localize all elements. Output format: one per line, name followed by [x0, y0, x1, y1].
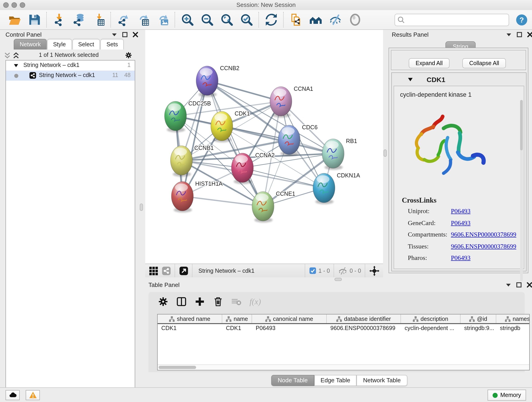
create-column-button[interactable] [194, 296, 206, 307]
tab-select[interactable]: Select [72, 39, 100, 50]
network-row-selected[interactable]: String Network – cdk1 11 48 [6, 70, 135, 81]
tab-style[interactable]: Style [47, 39, 72, 50]
network-options-gear-icon[interactable] [125, 51, 133, 59]
show-columns-button[interactable] [176, 296, 188, 307]
results-scrollbar[interactable] [520, 100, 523, 281]
entry-expander-icon[interactable] [408, 77, 413, 82]
tab-network-table[interactable]: Network Table [357, 375, 407, 386]
crosslink-link[interactable]: 9606.ENSP00000378699 [451, 231, 516, 238]
expand-all-button[interactable]: Expand All [409, 58, 450, 68]
table-tabs: Node TableEdge TableNetwork Table [271, 375, 407, 386]
table-cell[interactable]: CDK1 [222, 324, 252, 333]
fit-selected-icon[interactable] [369, 266, 380, 276]
column-header--id[interactable]: @id [461, 314, 496, 323]
group-selected-nodes-button[interactable] [309, 13, 323, 27]
tab-edge-table[interactable]: Edge Table [314, 375, 357, 386]
panel-close-icon[interactable] [527, 32, 532, 38]
network-edge[interactable] [207, 81, 263, 206]
network-canvas[interactable]: CCNB2CCNA1CDC25BCDK1CDC6RB1CCNB1CCNA2CDK… [145, 30, 383, 264]
import-table-from-file-button[interactable] [92, 13, 105, 27]
panel-menu-icon[interactable] [505, 282, 511, 288]
zoom-out-button[interactable] [200, 13, 214, 27]
network-edge[interactable] [207, 81, 281, 101]
network-node-rb1[interactable]: RB1 [322, 138, 357, 170]
group-nodes-icon [309, 13, 322, 26]
gene-description: cyclin-dependent kinase 1 [400, 91, 472, 98]
import-network-from-file-button[interactable] [52, 13, 66, 27]
delete-columns-button[interactable] [213, 296, 225, 307]
zoom-selected-button[interactable] [240, 13, 253, 27]
network-node-cdc25b[interactable]: CDC25B [165, 100, 211, 132]
network-edge[interactable] [182, 81, 207, 196]
panel-menu-icon[interactable] [506, 32, 512, 38]
export-network-button[interactable] [116, 13, 130, 27]
warning-icon [29, 391, 37, 399]
selected-count: 1 - 0 [318, 268, 330, 274]
column-header-database-identifier[interactable]: database identifier [327, 314, 401, 323]
open-session-button[interactable] [8, 13, 22, 27]
table-options-button[interactable] [158, 296, 170, 307]
show-all-button[interactable] [348, 13, 362, 27]
export-image-button[interactable] [156, 13, 170, 27]
open-folder-icon [8, 13, 21, 26]
column-header-shared-name[interactable]: shared name [158, 314, 222, 323]
column-header-namespace[interactable]: namespace [496, 314, 530, 323]
edge-count: 48 [124, 72, 131, 78]
collapse-all-button[interactable]: Collapse All [462, 58, 506, 68]
panel-close-icon[interactable] [526, 282, 532, 288]
column-header-canonical-name[interactable]: canonical name [252, 314, 327, 323]
panel-close-icon[interactable] [133, 32, 138, 38]
left-splitter-handle[interactable] [140, 204, 143, 211]
tab-node-table[interactable]: Node Table [271, 375, 314, 386]
table-cell[interactable]: P06493 [252, 324, 327, 333]
tab-network[interactable]: Network [14, 39, 47, 50]
table-cell[interactable]: stringdb:9... [461, 324, 496, 333]
table-cell[interactable]: cyclin-dependent ... [401, 324, 461, 333]
panel-float-icon[interactable] [516, 32, 522, 38]
bottom-splitter-handle[interactable] [335, 278, 342, 281]
panel-menu-icon[interactable] [111, 32, 117, 38]
crosslink-link[interactable]: P06493 [451, 208, 471, 215]
hide-selected-button[interactable] [329, 13, 342, 27]
tab-sets[interactable]: Sets [101, 39, 124, 50]
export-table-button[interactable] [136, 13, 150, 27]
column-header-description[interactable]: description [401, 314, 461, 323]
column-header-name[interactable]: name [222, 314, 252, 323]
panel-float-icon[interactable] [516, 282, 522, 288]
gene-entry-panel: CDK1 cyclin-dependent kinase 1 [391, 72, 526, 271]
network-edge[interactable] [182, 196, 263, 206]
network-node-ccne1[interactable]: CCNE1 [252, 191, 295, 223]
network-node-cdkn1a[interactable]: CDKN1A [313, 172, 360, 204]
memory-button[interactable]: Memory [488, 390, 526, 401]
detach-view-icon[interactable] [179, 266, 188, 275]
birds-eye-view-icon[interactable] [149, 266, 158, 275]
table-hscrollbar[interactable] [158, 364, 529, 370]
search-box[interactable] [394, 13, 509, 26]
table-cell[interactable]: 9606.ENSP00000378699 [327, 324, 401, 333]
crosslink-link[interactable]: 9606.ENSP00000378699 [451, 243, 516, 249]
help-button[interactable]: ? [515, 13, 528, 26]
zoom-fit-content-button[interactable] [220, 13, 234, 27]
node-label: CDC25B [188, 100, 211, 107]
search-input[interactable] [406, 14, 506, 25]
network-node-hist1h1a[interactable]: HIST1H1A [171, 180, 223, 212]
crosslink-link[interactable]: P06493 [451, 254, 471, 261]
network-selection-status: 1 of 1 Network selected [0, 52, 138, 58]
new-network-from-selection-button[interactable] [289, 13, 303, 27]
network-node-ccnb2[interactable]: CCNB2 [196, 65, 239, 97]
table-row[interactable]: CDK1CDK1P064939606.ENSP00000378699cyclin… [158, 324, 529, 333]
import-network-from-database-button[interactable] [72, 13, 86, 27]
cloud-status-button[interactable] [6, 390, 20, 400]
expander-icon[interactable] [14, 64, 18, 67]
apply-layout-button[interactable] [264, 13, 278, 27]
save-session-button[interactable] [27, 13, 41, 27]
right-splitter-handle[interactable] [384, 149, 387, 157]
table-cell[interactable]: stringdb [496, 324, 530, 333]
network-collection-row[interactable]: String Network – cdk1 1 [6, 61, 135, 70]
table-cell[interactable]: CDK1 [158, 324, 222, 333]
warnings-button[interactable] [26, 390, 40, 400]
crosslink-link[interactable]: P06493 [451, 219, 471, 226]
hidden-items-icon [338, 266, 347, 275]
panel-float-icon[interactable] [122, 32, 128, 38]
zoom-in-button[interactable] [181, 13, 194, 27]
